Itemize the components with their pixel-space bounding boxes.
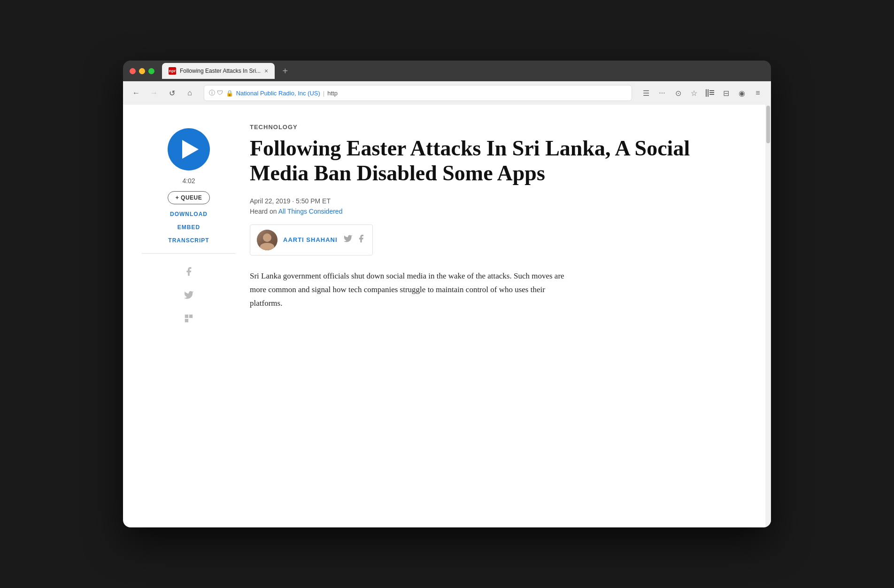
sync-button[interactable]: ⊟ xyxy=(718,85,733,101)
library-button[interactable] xyxy=(702,85,717,101)
sidebar-divider xyxy=(142,253,236,254)
author-avatar xyxy=(257,230,277,250)
pocket-button[interactable]: ⊙ xyxy=(670,85,686,101)
address-bar[interactable]: ⓘ 🛡 🔒 National Public Radio, Inc (US) | … xyxy=(204,85,632,101)
svg-rect-5 xyxy=(185,315,188,318)
author-avatar-image xyxy=(257,230,277,250)
title-bar: npr Following Easter Attacks In Sri... ×… xyxy=(123,61,771,81)
svg-rect-6 xyxy=(189,315,193,318)
more-tools-button[interactable]: ··· xyxy=(655,85,670,101)
twitter-share-button[interactable] xyxy=(180,286,197,303)
svg-rect-2 xyxy=(709,90,714,91)
reader-view-button[interactable]: ☰ xyxy=(639,85,654,101)
svg-rect-4 xyxy=(709,94,714,95)
article-container: 4:02 + QUEUE DOWNLOAD EMBED TRANSCRIPT xyxy=(123,105,724,346)
facebook-share-button[interactable] xyxy=(180,263,197,280)
flipboard-share-button[interactable] xyxy=(180,310,197,327)
scrollbar[interactable] xyxy=(765,105,771,527)
page-content: 4:02 + QUEUE DOWNLOAD EMBED TRANSCRIPT xyxy=(123,105,771,527)
https-lock-icon: 🔒 xyxy=(226,90,233,97)
security-info-icon[interactable]: ⓘ 🛡 xyxy=(209,89,223,97)
svg-rect-7 xyxy=(185,319,188,322)
article-category: TECHNOLOGY xyxy=(250,124,696,131)
article-title: Following Easter Attacks In Sri Lanka, A… xyxy=(250,136,696,186)
play-triangle-icon xyxy=(182,140,199,159)
embed-link[interactable]: EMBED xyxy=(177,224,200,231)
author-social-icons xyxy=(343,234,366,246)
address-divider: | xyxy=(323,90,324,97)
back-button[interactable]: ← xyxy=(129,85,144,101)
account-button[interactable]: ◉ xyxy=(734,85,749,101)
bookmark-button[interactable]: ☆ xyxy=(686,85,701,101)
tab-close-button[interactable]: × xyxy=(264,67,268,75)
audio-duration: 4:02 xyxy=(182,177,195,185)
close-window-button[interactable] xyxy=(130,68,136,74)
author-row: AARTI SHAHANI xyxy=(250,224,373,255)
queue-button[interactable]: + QUEUE xyxy=(168,191,210,204)
nav-bar: ← → ↺ ⌂ ⓘ 🛡 🔒 National Public Radio, Inc… xyxy=(123,81,771,105)
browser-window: npr Following Easter Attacks In Sri... ×… xyxy=(123,61,771,527)
new-tab-button[interactable]: + xyxy=(278,64,292,77)
forward-button[interactable]: → xyxy=(146,85,162,101)
active-tab[interactable]: npr Following Easter Attacks In Sri... × xyxy=(162,63,275,79)
tab-favicon-icon: npr xyxy=(169,67,176,75)
author-twitter-icon[interactable] xyxy=(343,234,353,246)
tab-title: Following Easter Attacks In Sri... xyxy=(180,68,261,74)
article-main: TECHNOLOGY Following Easter Attacks In S… xyxy=(236,124,696,327)
download-link[interactable]: DOWNLOAD xyxy=(170,211,208,217)
article-body: Sri Lanka government officials shut down… xyxy=(250,270,569,310)
article-date: April 22, 2019 · 5:50 PM ET xyxy=(250,197,696,205)
svg-rect-0 xyxy=(706,89,707,97)
scrollbar-thumb[interactable] xyxy=(766,106,770,143)
article-sidebar: 4:02 + QUEUE DOWNLOAD EMBED TRANSCRIPT xyxy=(142,124,236,327)
menu-button[interactable]: ≡ xyxy=(750,85,765,101)
nav-right-icons: ☰ ··· ⊙ ☆ ⊟ ◉ ≡ xyxy=(639,85,765,101)
play-audio-button[interactable] xyxy=(168,128,210,170)
svg-rect-3 xyxy=(709,92,714,93)
url-field[interactable]: http xyxy=(327,90,338,97)
site-name-label: National Public Radio, Inc (US) xyxy=(236,90,320,97)
maximize-window-button[interactable] xyxy=(148,68,154,74)
article-heard-on: Heard on All Things Considered xyxy=(250,208,696,215)
svg-rect-1 xyxy=(708,89,709,97)
transcript-link[interactable]: TRANSCRIPT xyxy=(168,237,209,244)
minimize-window-button[interactable] xyxy=(139,68,145,74)
author-name[interactable]: AARTI SHAHANI xyxy=(283,236,338,243)
reload-button[interactable]: ↺ xyxy=(164,85,179,101)
home-button[interactable]: ⌂ xyxy=(182,85,197,101)
tab-bar: npr Following Easter Attacks In Sri... ×… xyxy=(162,63,764,79)
traffic-lights xyxy=(130,68,154,74)
show-link[interactable]: All Things Considered xyxy=(278,208,343,215)
author-facebook-icon[interactable] xyxy=(356,234,366,246)
